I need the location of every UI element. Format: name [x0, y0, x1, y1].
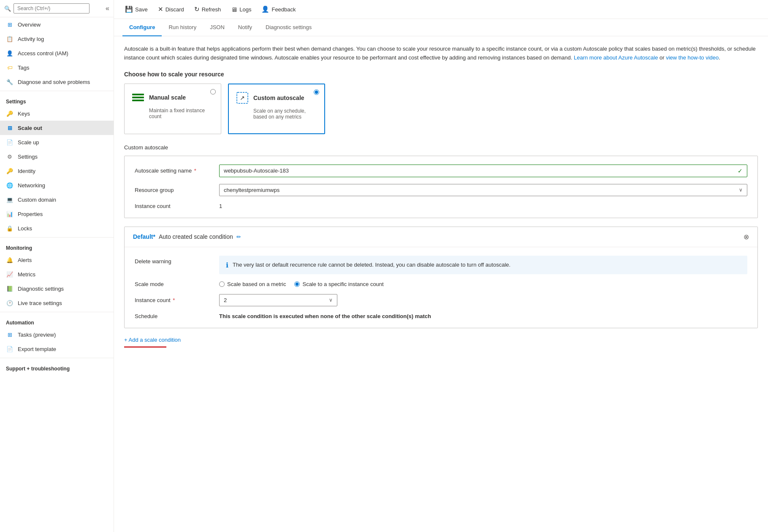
- delete-condition-icon[interactable]: ⊗: [744, 233, 749, 241]
- scale-metric-option[interactable]: Scale based on a metric: [219, 281, 286, 287]
- monitoring-section-header: Monitoring: [0, 239, 114, 253]
- sidebar-item-label: Networking: [18, 182, 45, 189]
- sidebar-item-alerts[interactable]: 🔔 Alerts: [0, 253, 114, 267]
- keys-icon: 🔑: [6, 110, 14, 117]
- sidebar-item-tasks[interactable]: ⊞ Tasks (preview): [0, 327, 114, 342]
- manual-scale-radio[interactable]: [210, 89, 216, 96]
- delete-warning-value: ℹ The very last or default recurrence ru…: [219, 256, 747, 274]
- sidebar-item-scale-up[interactable]: 📄 Scale up: [0, 135, 114, 149]
- sidebar-item-label: Properties: [18, 211, 43, 217]
- search-input[interactable]: [14, 3, 90, 14]
- sidebar-item-label: Diagnostic settings: [18, 286, 64, 292]
- tab-notify[interactable]: Notify: [231, 19, 259, 36]
- sidebar-item-custom-domain[interactable]: 💻 Custom domain: [0, 192, 114, 207]
- feedback-button[interactable]: 👤 Feedback: [257, 3, 300, 15]
- sidebar-item-label: Settings: [18, 154, 38, 160]
- custom-autoscale-radio[interactable]: [314, 89, 319, 96]
- tab-diagnostic-settings[interactable]: Diagnostic settings: [259, 19, 318, 36]
- scale-instance-option[interactable]: Scale to a specific instance count: [294, 281, 383, 287]
- instance-count-dropdown[interactable]: 2 ∨: [219, 294, 337, 306]
- how-to-video-link[interactable]: view the how-to video: [666, 54, 719, 61]
- sidebar-item-locks[interactable]: 🔒 Locks: [0, 221, 114, 235]
- support-section-header: Support + troubleshooting: [0, 360, 114, 373]
- chevron-down-icon: ∨: [329, 297, 333, 303]
- logs-button[interactable]: 🖥 Logs: [227, 4, 255, 15]
- diagnostic-settings-icon: 📗: [6, 285, 14, 292]
- required-marker: *: [173, 297, 175, 303]
- locks-icon: 🔒: [6, 224, 14, 232]
- custom-autoscale-title: Custom autoscale: [253, 95, 304, 101]
- sidebar-item-diagnose[interactable]: 🔧 Diagnose and solve problems: [0, 75, 114, 89]
- search-bar[interactable]: 🔍 «: [0, 0, 114, 17]
- toolbar: 💾 Save ✕ Discard ↻ Refresh 🖥 Logs 👤 Feed…: [114, 0, 768, 19]
- sidebar-item-tags[interactable]: 🏷 Tags: [0, 60, 114, 75]
- sidebar-item-diagnostic-settings[interactable]: 📗 Diagnostic settings: [0, 281, 114, 296]
- sidebar-item-scale-out[interactable]: ⊞ Scale out: [0, 121, 114, 135]
- sidebar-item-activity-log[interactable]: 📋 Activity log: [0, 32, 114, 46]
- tags-icon: 🏷: [6, 64, 14, 71]
- resource-group-row: Resource group chenyltestpremiumwps ∨: [135, 184, 747, 196]
- sidebar-item-label: Custom domain: [18, 197, 56, 203]
- scale-section-title: Choose how to scale your resource: [124, 71, 758, 78]
- save-button[interactable]: 💾 Save: [121, 3, 152, 15]
- autoscale-name-value[interactable]: webpubsub-Autoscale-183 ✓: [219, 165, 747, 177]
- warning-box: ℹ The very last or default recurrence ru…: [219, 256, 747, 274]
- manual-scale-card[interactable]: Manual scale Maintain a fixed instance c…: [124, 84, 221, 134]
- instance-count-value: 1: [219, 203, 747, 209]
- sidebar-item-networking[interactable]: 🌐 Networking: [0, 178, 114, 192]
- info-icon: ℹ: [226, 261, 228, 269]
- custom-autoscale-icon: ↗: [236, 91, 249, 105]
- overview-icon: ⊞: [6, 21, 14, 28]
- sidebar-item-access-control[interactable]: 👤 Access control (IAM): [0, 46, 114, 60]
- tasks-icon: ⊞: [6, 331, 14, 338]
- sidebar-item-keys[interactable]: 🔑 Keys: [0, 106, 114, 121]
- activity-log-icon: 📋: [6, 35, 14, 43]
- properties-icon: 📊: [6, 210, 14, 218]
- autoscale-name-input[interactable]: webpubsub-Autoscale-183 ✓: [219, 165, 747, 177]
- schedule-text: This scale condition is executed when no…: [219, 313, 431, 319]
- collapse-icon[interactable]: «: [106, 5, 109, 12]
- edit-condition-icon[interactable]: ✏: [236, 234, 241, 240]
- add-scale-condition-link[interactable]: + Add a scale condition: [124, 337, 758, 343]
- autoscale-name-label: Autoscale setting name *: [135, 167, 219, 174]
- sidebar-item-properties[interactable]: 📊 Properties: [0, 207, 114, 221]
- tab-bar: Configure Run history JSON Notify Diagno…: [114, 19, 768, 36]
- sidebar-item-label: Overview: [18, 22, 41, 28]
- sidebar-item-live-trace[interactable]: 🕐 Live trace settings: [0, 296, 114, 310]
- resource-group-dropdown[interactable]: chenyltestpremiumwps ∨: [219, 184, 747, 196]
- refresh-button[interactable]: ↻ Refresh: [190, 3, 225, 15]
- manual-scale-desc: Maintain a fixed instance count: [131, 108, 214, 119]
- sidebar-item-identity[interactable]: 🔑 Identity: [0, 164, 114, 178]
- sidebar-item-export-template[interactable]: 📄 Export template: [0, 342, 114, 356]
- red-indicator-line: [124, 346, 166, 348]
- refresh-icon: ↻: [194, 5, 200, 13]
- settings-icon: ⚙: [6, 153, 14, 160]
- custom-autoscale-desc: Scale on any schedule, based on any metr…: [236, 108, 318, 120]
- tab-json[interactable]: JSON: [203, 19, 231, 36]
- sidebar-item-metrics[interactable]: 📈 Metrics: [0, 267, 114, 281]
- discard-button[interactable]: ✕ Discard: [154, 3, 188, 15]
- valid-checkmark-icon: ✓: [738, 167, 743, 174]
- delete-warning-row: Delete warning ℹ The very last or defaul…: [135, 256, 747, 274]
- manual-scale-title: Manual scale: [149, 94, 186, 101]
- search-icon: 🔍: [4, 5, 11, 12]
- sidebar-item-settings[interactable]: ⚙ Settings: [0, 149, 114, 164]
- instance-count-row: Instance count 1: [135, 203, 747, 209]
- sidebar-item-overview[interactable]: ⊞ Overview: [0, 17, 114, 32]
- main-content: 💾 Save ✕ Discard ↻ Refresh 🖥 Logs 👤 Feed…: [114, 0, 768, 532]
- schedule-label: Schedule: [135, 313, 219, 319]
- feedback-icon: 👤: [261, 5, 269, 13]
- content-area: Autoscale is a built-in feature that hel…: [114, 36, 768, 532]
- autoscale-form: Autoscale setting name * webpubsub-Autos…: [124, 156, 758, 218]
- condition-instance-count-value[interactable]: 2 ∨: [219, 294, 747, 306]
- resource-group-value[interactable]: chenyltestpremiumwps ∨: [219, 184, 747, 196]
- scale-instance-label: Scale to a specific instance count: [302, 281, 383, 287]
- scale-metric-label: Scale based on a metric: [227, 281, 286, 287]
- tab-configure[interactable]: Configure: [122, 19, 162, 36]
- tab-run-history[interactable]: Run history: [162, 19, 203, 36]
- custom-autoscale-label: Custom autoscale: [124, 144, 758, 151]
- custom-domain-icon: 💻: [6, 196, 14, 203]
- custom-autoscale-card[interactable]: ↗ Custom autoscale Scale on any schedule…: [228, 84, 325, 134]
- sidebar-item-label: Keys: [18, 111, 30, 117]
- learn-more-link[interactable]: Learn more about Azure Autoscale: [574, 54, 658, 61]
